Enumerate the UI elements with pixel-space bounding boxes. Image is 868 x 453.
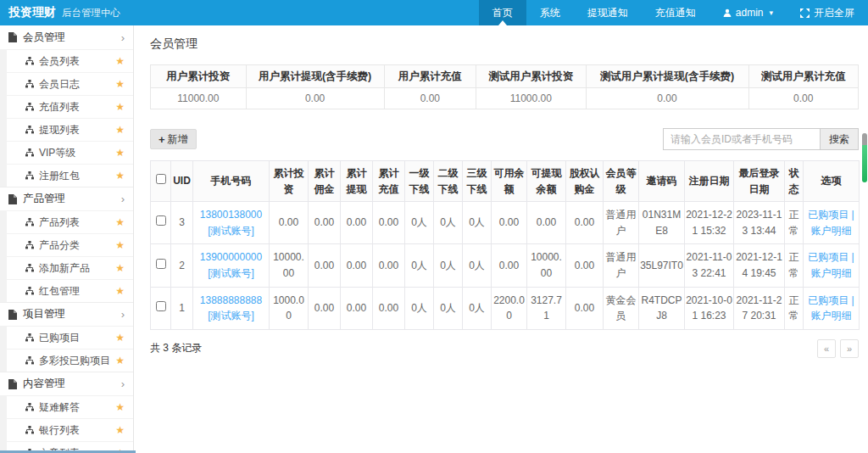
status-badge: 正常 xyxy=(785,202,804,244)
sitemap-icon xyxy=(25,356,34,365)
select-all-checkbox[interactable] xyxy=(156,174,166,184)
summary-header: 用户累计充值 xyxy=(384,65,476,88)
plus-icon: + xyxy=(159,133,165,146)
nav-item-recharge-notice[interactable]: 充值通知 xyxy=(642,0,709,25)
fullscreen-button[interactable]: 开启全屏 xyxy=(787,0,868,25)
nav-item-withdraw-notice[interactable]: 提现通知 xyxy=(574,0,642,25)
admin-dropdown[interactable]: admin ▾ xyxy=(709,0,787,25)
table-header-row: UID 手机号码 累计投资 累计佣金 累计提现 累计充值 一级下线 二级下线 三… xyxy=(151,161,860,202)
sidebar-item-register-redpacket[interactable]: 注册红包 ★ xyxy=(7,164,133,187)
sidebar-section-project-mgmt[interactable]: 项目管理 › xyxy=(0,302,133,326)
star-icon[interactable]: ★ xyxy=(115,424,125,436)
nav-item-home[interactable]: 首页 xyxy=(479,0,526,25)
select-all-cell xyxy=(151,161,171,202)
sitemap-icon xyxy=(25,241,34,249)
sidebar-item-faq[interactable]: 疑难解答 ★ xyxy=(7,395,133,418)
sitemap-icon xyxy=(25,287,34,295)
sidebar-item-purchased-projects[interactable]: 已购项目 ★ xyxy=(7,326,133,349)
scrollbar-cap xyxy=(862,133,867,145)
sitemap-icon xyxy=(25,57,34,65)
folder-file-icon xyxy=(8,32,17,42)
sitemap-icon xyxy=(25,171,34,180)
chevron-right-icon: › xyxy=(121,309,125,320)
phone-link[interactable]: 13888888888 [测试账号] xyxy=(200,294,262,322)
star-icon[interactable]: ★ xyxy=(115,124,125,136)
row-checkbox[interactable] xyxy=(156,301,166,311)
sidebar: 会员管理 › 会员列表 ★ 会员日志 ★ 充值列表 ★ 提现列表 ★ VIP等级… xyxy=(0,25,134,453)
sidebar-item-vip-level[interactable]: VIP等级 ★ xyxy=(7,141,133,164)
row-options: 已购项目 | 账户明细 xyxy=(804,287,860,329)
sidebar-item-redpacket-mgmt[interactable]: 红包管理 ★ xyxy=(7,279,133,302)
user-icon xyxy=(723,8,732,17)
summary-header: 用户累计投资 xyxy=(151,65,247,88)
sidebar-section-product-mgmt[interactable]: 产品管理 › xyxy=(0,187,133,210)
row-options: 已购项目 | 账户明细 xyxy=(804,244,860,287)
sidebar-item-recharge-list[interactable]: 充值列表 ★ xyxy=(7,95,133,118)
status-badge: 正常 xyxy=(785,244,804,287)
search-input[interactable] xyxy=(663,128,820,150)
star-icon[interactable]: ★ xyxy=(115,147,125,159)
toolbar: +新增 搜索 xyxy=(150,128,859,150)
sidebar-item-product-list[interactable]: 产品列表 ★ xyxy=(7,210,133,233)
sidebar-item-withdraw-list[interactable]: 提现列表 ★ xyxy=(7,118,133,141)
summary-value: 0.00 xyxy=(246,88,384,109)
sidebar-item-duocaitou-purchased[interactable]: 多彩投已购项目 ★ xyxy=(7,349,133,372)
star-icon[interactable]: ★ xyxy=(115,262,125,274)
folder-file-icon xyxy=(8,310,17,320)
summary-value: 0.00 xyxy=(384,88,476,109)
phone-link[interactable]: 13900000000 [测试账号] xyxy=(200,251,262,279)
sidebar-item-bank-list[interactable]: 银行列表 ★ xyxy=(7,418,133,441)
sitemap-icon xyxy=(25,218,34,226)
sidebar-item-member-list[interactable]: 会员列表 ★ xyxy=(7,49,133,72)
account-detail-link[interactable]: 账户明细 xyxy=(811,310,852,322)
purchased-projects-link[interactable]: 已购项目 xyxy=(808,294,849,306)
submenu-product-mgmt: 产品列表 ★ 产品分类 ★ 添加新产品 ★ 红包管理 ★ xyxy=(0,210,133,302)
status-badge: 正常 xyxy=(785,287,804,329)
sidebar-item-member-log[interactable]: 会员日志 ★ xyxy=(7,72,133,95)
star-icon[interactable]: ★ xyxy=(115,216,125,228)
row-checkbox[interactable] xyxy=(156,259,166,269)
next-page-button[interactable]: » xyxy=(840,339,859,358)
star-icon[interactable]: ★ xyxy=(115,55,125,67)
table-footer: 共 3 条记录 « » xyxy=(150,339,859,358)
purchased-projects-link[interactable]: 已购项目 xyxy=(808,209,849,221)
star-icon[interactable]: ★ xyxy=(115,285,125,297)
star-icon[interactable]: ★ xyxy=(115,401,125,413)
star-icon[interactable]: ★ xyxy=(115,78,125,90)
table-row: 1 13888888888 [测试账号] 1000.00 0.00 0.00 0… xyxy=(151,287,860,329)
summary-header: 测试用户累计投资 xyxy=(476,65,586,88)
nav-item-system[interactable]: 系统 xyxy=(526,0,574,25)
phone-link[interactable]: 13800138000 [测试账号] xyxy=(200,209,262,237)
row-checkbox[interactable] xyxy=(156,215,166,226)
sidebar-section-member-mgmt[interactable]: 会员管理 › xyxy=(0,25,133,49)
pagination: « » xyxy=(817,339,859,358)
purchased-projects-link[interactable]: 已购项目 xyxy=(808,251,849,263)
sitemap-icon xyxy=(25,126,34,134)
account-detail-link[interactable]: 账户明细 xyxy=(811,267,852,279)
summary-value-row: 11000.00 0.00 0.00 11000.00 0.00 0.00 xyxy=(151,88,859,109)
sitemap-icon xyxy=(25,333,34,342)
prev-page-button[interactable]: « xyxy=(817,339,836,358)
star-icon[interactable]: ★ xyxy=(115,355,125,366)
brand: 投资理财 后台管理中心 xyxy=(0,0,120,25)
sidebar-item-add-product[interactable]: 添加新产品 ★ xyxy=(7,256,133,279)
sidebar-section-content-mgmt[interactable]: 内容管理 › xyxy=(0,372,133,395)
star-icon[interactable]: ★ xyxy=(115,332,125,344)
row-options: 已购项目 | 账户明细 xyxy=(804,202,860,244)
summary-header: 测试用户累计充值 xyxy=(748,65,858,88)
sidebar-item-product-category[interactable]: 产品分类 ★ xyxy=(7,233,133,256)
main-content: 会员管理 用户累计投资 用户累计提现(含手续费) 用户累计充值 测试用户累计投资… xyxy=(135,25,868,453)
summary-value: 11000.00 xyxy=(476,88,586,109)
star-icon[interactable]: ★ xyxy=(115,101,125,113)
table-row: 3 13800138000 [测试账号] 0.00 0.00 0.00 0.00… xyxy=(151,202,860,244)
vertical-scrollbar[interactable] xyxy=(862,133,867,182)
account-detail-link[interactable]: 账户明细 xyxy=(811,225,852,237)
table-row: 2 13900000000 [测试账号] 10000.00 0.00 0.00 … xyxy=(151,244,860,287)
star-icon[interactable]: ★ xyxy=(115,170,125,182)
search-button[interactable]: 搜索 xyxy=(820,128,859,150)
scrollbar-thumb-green[interactable] xyxy=(862,145,867,182)
sitemap-icon xyxy=(25,80,34,88)
summary-value: 0.00 xyxy=(586,88,748,109)
star-icon[interactable]: ★ xyxy=(115,239,125,251)
add-button[interactable]: +新增 xyxy=(150,129,197,149)
